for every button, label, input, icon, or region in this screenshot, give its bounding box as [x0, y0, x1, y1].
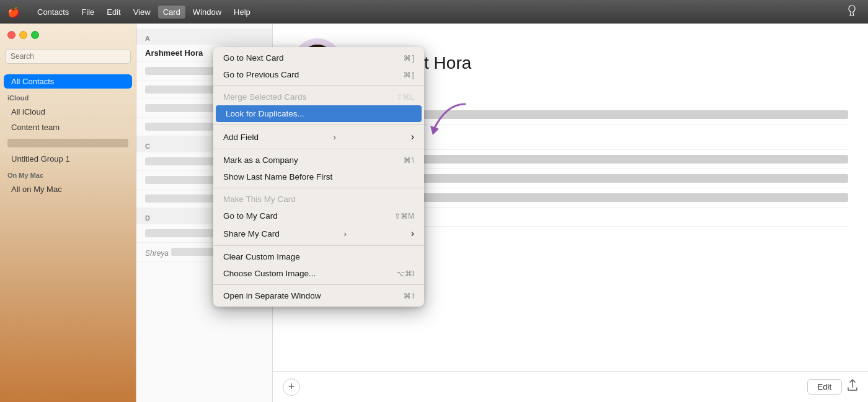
detail-toolbar: + Edit [273, 371, 868, 402]
edit-button[interactable]: Edit [807, 379, 842, 395]
menu-item-shortcut: ⌘ [ [404, 71, 414, 79]
submenu-arrow-icon: › [334, 133, 337, 142]
menu-item-look-for-duplicates[interactable]: Look for Duplicates... [216, 105, 422, 122]
menu-item-label: Look for Duplicates... [226, 109, 304, 118]
menu-item-open-separate-window[interactable]: Open in Separate Window ⌘ I [213, 287, 424, 304]
sidebar-item-all-icloud[interactable]: All iCloud [4, 105, 132, 119]
menu-separator [213, 188, 424, 188]
menu-item-label: Share My Card [223, 229, 280, 238]
menu-window[interactable]: Window [188, 6, 226, 19]
menu-separator [213, 125, 424, 125]
maximize-button[interactable] [31, 31, 39, 39]
main-window: All Contacts iCloud All iCloud Content t… [0, 24, 868, 402]
field-value-home2 [352, 193, 848, 202]
menu-item-go-to-previous[interactable]: Go to Previous Card ⌘ [ [213, 66, 424, 83]
sidebar-item-untitled-group[interactable]: Untitled Group 1 [4, 152, 132, 166]
menu-separator [213, 284, 424, 285]
field-value-iphone [352, 110, 848, 119]
menu-help[interactable]: Help [229, 6, 255, 19]
sidebar-section-on-my-mac: On My Mac [0, 167, 136, 181]
minimize-button[interactable] [19, 31, 27, 39]
menu-separator [213, 245, 424, 246]
menu-item-mark-as-company[interactable]: Mark as a Company ⌘ \ [213, 152, 424, 168]
menu-card[interactable]: Card [158, 6, 185, 19]
share-button[interactable] [847, 379, 858, 395]
menu-item-shortcut: ⌥⌘I [396, 269, 414, 278]
titlebar: 🍎 Contacts File Edit View Card Window He… [0, 0, 868, 24]
field-value-home [352, 155, 848, 164]
sidebar-item-all-on-my-mac[interactable]: All on My Mac [4, 182, 132, 196]
blurred-contact [171, 248, 218, 256]
menu-item-choose-custom-image[interactable]: Choose Custom Image... ⌥⌘I [213, 265, 424, 282]
menu-item-go-to-next[interactable]: Go to Next Card ⌘ ] [213, 50, 424, 66]
toolbar-right: Edit [807, 379, 858, 395]
menu-item-go-to-my-card[interactable]: Go to My Card ⇧⌘M [213, 208, 424, 224]
menu-item-merge-selected: Merge Selected Cards ⇧⌘L [213, 89, 424, 105]
menu-separator [213, 85, 424, 86]
menu-edit[interactable]: Edit [102, 6, 125, 19]
menu-item-shortcut: ⇧⌘M [394, 212, 414, 221]
search-input[interactable] [5, 49, 131, 64]
menu-item-label: Merge Selected Cards [223, 92, 306, 102]
apple-logo-icon[interactable]: 🍎 [7, 6, 20, 18]
menu-item-label: Choose Custom Image... [223, 269, 316, 278]
sidebar-item-content-team[interactable]: Content team [4, 120, 132, 134]
menu-item-label: Go to Next Card [223, 53, 284, 63]
menu-separator [213, 149, 424, 149]
menu-file[interactable]: File [76, 6, 99, 19]
menu-view[interactable]: View [128, 6, 156, 19]
sidebar: All Contacts iCloud All iCloud Content t… [0, 24, 136, 402]
card-menu-dropdown: Go to Next Card ⌘ ] Go to Previous Card … [213, 47, 424, 307]
menu-item-shortcut: ⌘ \ [404, 156, 414, 165]
menubar: Contacts File Edit View Card Window Help [32, 6, 255, 19]
menu-item-label: Go to Previous Card [223, 70, 299, 79]
contact-list-section-a: A [136, 28, 272, 45]
menu-item-label: Clear Custom Image [223, 252, 300, 261]
submenu-arrow-icon: › [343, 229, 347, 238]
titlebar-icon [846, 4, 858, 19]
sidebar-item-all-contacts[interactable]: All Contacts [4, 74, 132, 89]
menu-item-label: Make This My Card [223, 194, 296, 204]
menu-item-clear-custom-image[interactable]: Clear Custom Image [213, 248, 424, 265]
menu-item-label: Go to My Card [223, 211, 278, 221]
add-contact-button[interactable]: + [283, 378, 300, 396]
close-button[interactable] [7, 31, 16, 39]
sidebar-top [0, 24, 136, 74]
menu-item-shortcut: ⇧⌘L [396, 93, 414, 102]
menu-item-label: Add Field [223, 133, 259, 142]
menu-item-show-last-name[interactable]: Show Last Name Before First [213, 168, 424, 185]
field-value-work [352, 174, 848, 183]
menu-item-add-field[interactable]: Add Field › [213, 128, 424, 146]
sidebar-section-icloud: iCloud [0, 89, 136, 104]
sidebar-blurred-item [7, 139, 128, 147]
menu-item-share-my-card[interactable]: Share My Card › [213, 224, 424, 243]
menu-item-label: Open in Separate Window [223, 291, 321, 300]
menu-item-shortcut: ⌘ ] [404, 54, 414, 63]
menu-contacts[interactable]: Contacts [32, 6, 74, 19]
menu-item-label: Show Last Name Before First [223, 172, 332, 181]
traffic-lights [7, 31, 131, 39]
menu-item-make-this-my-card: Make This My Card [213, 191, 424, 208]
menu-item-label: Mark as a Company [223, 155, 298, 165]
menu-item-shortcut: ⌘ I [404, 292, 414, 300]
